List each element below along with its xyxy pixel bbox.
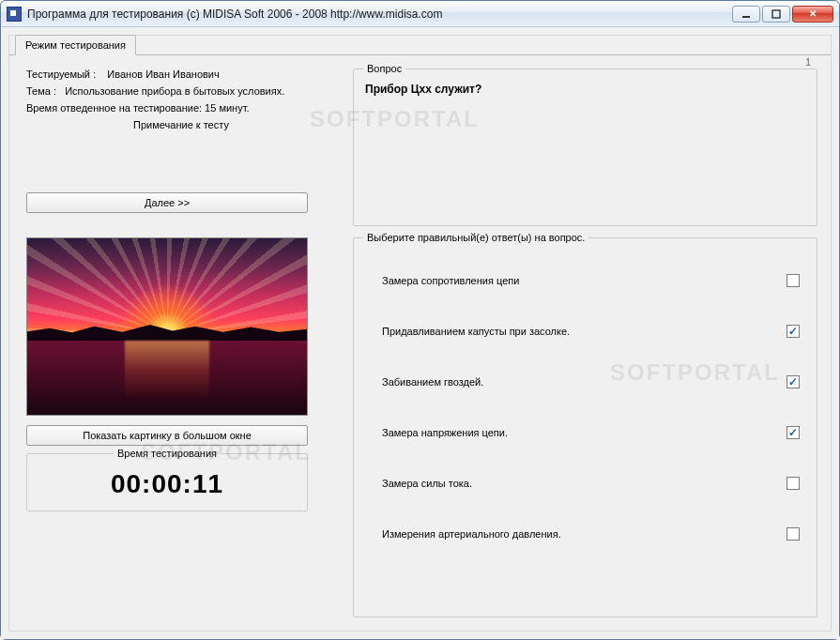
question-number: 1: [805, 56, 811, 68]
testee-label: Тестируемый :: [26, 69, 96, 80]
answers-group-label: Выберите правильный(е) ответ(ы) на вопро…: [363, 232, 588, 243]
maximize-icon: [771, 9, 781, 19]
answer-checkbox[interactable]: [787, 375, 800, 389]
answer-row: Замера сопротивления цепи: [382, 255, 800, 306]
testee-name: Иванов Иван Иванович: [107, 69, 219, 80]
minimize-button[interactable]: [732, 6, 760, 23]
answer-row: Придавливанием капусты при засолке.: [382, 306, 800, 357]
show-image-button[interactable]: Показать картинку в большом окне: [26, 425, 308, 446]
main-panel: Режим тестирования Тестируемый : Иванов …: [8, 35, 832, 632]
answer-label: Придавливанием капусты при засолке.: [382, 326, 787, 337]
left-bottom-column: Показать картинку в большом окне Время т…: [26, 237, 336, 617]
answer-row: Измерения артериального давления.: [382, 509, 800, 559]
timer-group: Время тестирования 00:00:11: [26, 453, 308, 511]
answer-label: Замера напряжения цепи.: [382, 427, 787, 438]
timer-group-label: Время тестирования: [114, 448, 221, 459]
answer-checkbox[interactable]: [787, 325, 800, 338]
answer-checkbox[interactable]: [787, 527, 800, 541]
answers-group: Выберите правильный(е) ответ(ы) на вопро…: [353, 237, 817, 617]
answer-row: Замера напряжения цепи.: [382, 407, 800, 458]
test-note-link[interactable]: Примечание к тесту: [26, 119, 336, 130]
sun-reflection: [125, 341, 208, 415]
tab-testing-mode[interactable]: Режим тестирования: [15, 35, 136, 55]
timer-value: 00:00:11: [37, 469, 298, 499]
tab-label: Режим тестирования: [25, 39, 126, 51]
svg-rect-0: [742, 16, 750, 18]
minimize-icon: [741, 9, 751, 19]
answer-label: Замера сопротивления цепи: [382, 275, 787, 286]
titlebar[interactable]: Программа для тестирования (c) MIDISA So…: [1, 1, 839, 27]
testee-line: Тестируемый : Иванов Иван Иванович: [26, 69, 336, 80]
maximize-button[interactable]: [762, 6, 790, 23]
answer-checkbox[interactable]: [787, 274, 800, 287]
next-button[interactable]: Далее >>: [26, 192, 308, 213]
app-window: Программа для тестирования (c) MIDISA So…: [0, 0, 840, 640]
answer-checkbox[interactable]: [787, 477, 800, 490]
question-image: [26, 237, 308, 416]
question-group-label: Вопрос: [363, 63, 405, 74]
answer-checkbox[interactable]: [787, 426, 800, 439]
answer-row: Забиванием гвоздей.: [382, 357, 800, 407]
topic-label: Тема :: [26, 85, 56, 97]
answer-row: Замера силы тока.: [382, 458, 800, 509]
topic-line: Тема : Использование прибора в бытовых у…: [26, 85, 336, 97]
answer-label: Забиванием гвоздей.: [382, 376, 787, 388]
svg-rect-1: [772, 10, 780, 18]
answer-label: Измерения артериального давления.: [382, 528, 787, 540]
question-text: Прибор Цхх служит?: [365, 83, 805, 96]
topic-value: Использование прибора в бытовых условиях…: [65, 85, 284, 97]
question-group: 1 Вопрос Прибор Цхх служит?: [353, 69, 817, 226]
client-area: Режим тестирования Тестируемый : Иванов …: [1, 27, 839, 639]
app-icon: [7, 7, 22, 22]
close-button[interactable]: ✕: [792, 6, 833, 23]
info-block: Тестируемый : Иванов Иван Иванович Тема …: [26, 69, 336, 226]
window-title: Программа для тестирования (c) MIDISA So…: [27, 8, 732, 21]
close-icon: ✕: [809, 8, 817, 19]
time-limit: Время отведенное на тестирование: 15 мин…: [26, 102, 336, 114]
answer-label: Замера силы тока.: [382, 478, 787, 489]
tab-content: Тестируемый : Иванов Иван Иванович Тема …: [9, 55, 831, 631]
